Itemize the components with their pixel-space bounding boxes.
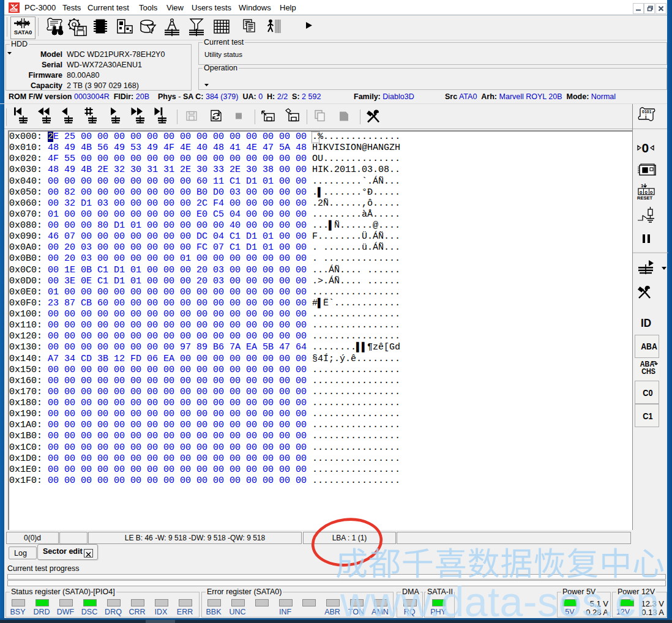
- svg-text:0: 0: [642, 141, 649, 155]
- svg-text:RESET: RESET: [637, 195, 652, 201]
- svg-text:C0: C0: [643, 387, 653, 398]
- svg-text:0: 0: [645, 190, 648, 195]
- svg-text:CHS: CHS: [641, 367, 655, 376]
- svg-text:0: 0: [650, 190, 653, 195]
- svg-text:0: 0: [640, 190, 643, 195]
- svg-text:ABA: ABA: [641, 341, 657, 351]
- svg-text:0101: 0101: [642, 110, 652, 114]
- svg-text:C1: C1: [643, 411, 653, 421]
- svg-text:i: i: [645, 114, 647, 120]
- svg-text:ID: ID: [641, 316, 651, 329]
